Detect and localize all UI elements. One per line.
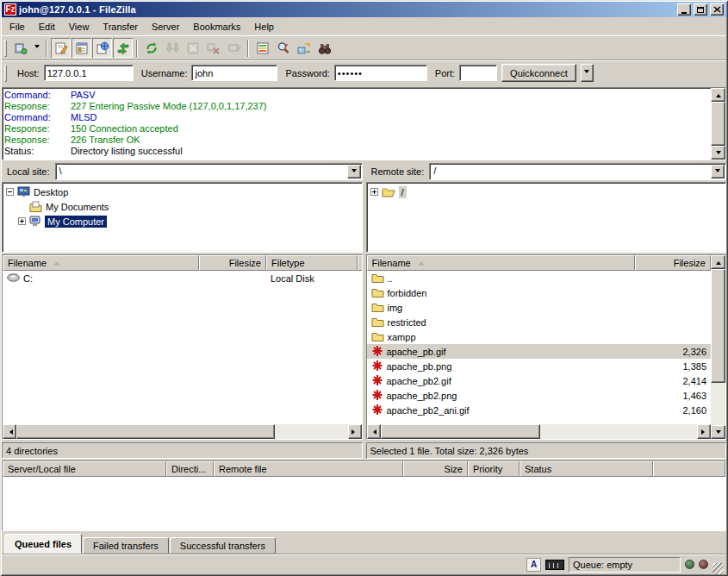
synchronized-browsing-button[interactable]	[294, 38, 314, 58]
scroll-right-button[interactable]	[697, 424, 711, 439]
remote-vertical-scrollbar[interactable]	[711, 255, 725, 439]
username-input[interactable]	[191, 65, 277, 81]
menu-help[interactable]: Help	[247, 19, 281, 34]
scroll-up-button[interactable]	[711, 255, 725, 269]
refresh-button[interactable]	[141, 38, 161, 58]
remote-file-row[interactable]: ..	[367, 271, 712, 285]
folder-icon	[371, 302, 384, 314]
column-size[interactable]: Size	[403, 461, 468, 477]
disconnect-icon	[207, 41, 221, 55]
scroll-down-button[interactable]	[711, 146, 725, 160]
site-manager-button[interactable]	[10, 38, 30, 58]
tree-item-desktop[interactable]: Desktop	[6, 185, 362, 199]
scroll-thumb[interactable]	[711, 269, 725, 383]
tab-failed-transfers[interactable]: Failed transfers	[83, 537, 169, 554]
tree-item-my-computer[interactable]: My Computer	[18, 214, 362, 229]
directory-comparison-button[interactable]	[252, 38, 272, 58]
column-filesize[interactable]: Filesize	[635, 255, 711, 271]
column-remote-file[interactable]: Remote file	[214, 461, 403, 477]
local-site-combo[interactable]: \	[55, 163, 363, 180]
menu-file[interactable]: File	[3, 19, 32, 34]
remote-file-row[interactable]: apache_pb2_ani.gif 2,160	[367, 403, 712, 417]
host-input[interactable]	[44, 65, 134, 81]
column-filetype[interactable]: Filetype	[266, 255, 358, 271]
column-server-local-file[interactable]: Server/Local file	[3, 461, 166, 477]
find-files-button[interactable]	[314, 38, 334, 58]
local-file-row[interactable]: C: Local Disk	[3, 271, 362, 285]
file-size: 2,326	[635, 347, 711, 357]
menu-edit[interactable]: Edit	[32, 19, 62, 34]
disconnect-button[interactable]	[203, 38, 223, 58]
toggle-transfer-queue-button[interactable]	[113, 38, 133, 58]
scroll-right-button[interactable]	[348, 424, 362, 439]
column-last-modified[interactable]: L	[358, 255, 362, 271]
remote-file-row[interactable]: img	[367, 300, 712, 315]
scroll-up-button[interactable]	[711, 88, 725, 102]
scroll-thumb[interactable]	[711, 102, 725, 146]
menu-server[interactable]: Server	[145, 19, 186, 34]
log-label: Command:	[4, 112, 71, 123]
cancel-operation-button[interactable]	[183, 38, 202, 58]
column-filename[interactable]: Filename	[367, 255, 636, 271]
scroll-down-button[interactable]	[711, 425, 725, 439]
filter-files-button[interactable]	[273, 38, 293, 58]
scroll-thumb[interactable]	[16, 424, 275, 439]
tree-item-my-documents[interactable]: My Documents	[18, 199, 362, 214]
site-manager-dropdown-button[interactable]	[31, 38, 42, 58]
transfer-queue: Server/Local file Directi... Remote file…	[2, 460, 726, 531]
local-site-dropdown-button[interactable]	[347, 165, 361, 178]
file-name: apache_pb.gif	[387, 347, 446, 357]
local-horizontal-scrollbar[interactable]	[3, 424, 362, 439]
expand-icon[interactable]	[18, 217, 26, 225]
remote-file-row[interactable]: apache_pb.png 1,385	[367, 359, 712, 373]
queue-body[interactable]	[3, 477, 725, 530]
reconnect-button[interactable]	[224, 38, 244, 58]
menu-transfer[interactable]: Transfer	[96, 19, 145, 34]
toggle-remote-tree-button[interactable]	[92, 38, 112, 58]
data-type-indicator-icon: A	[526, 558, 541, 572]
remote-site-combo[interactable]: /	[429, 163, 726, 180]
speed-limit-icon[interactable]	[545, 560, 564, 570]
close-button[interactable]	[710, 3, 724, 16]
chevron-down-icon	[584, 70, 589, 76]
file-size: 2,414	[635, 376, 711, 386]
column-filesize[interactable]: Filesize	[199, 255, 266, 271]
remote-file-row-selected[interactable]: apache_pb.gif 2,326	[367, 344, 712, 359]
tree-item-root[interactable]: /	[370, 185, 726, 199]
quickconnect-dropdown-button[interactable]	[581, 64, 594, 82]
expand-icon[interactable]	[370, 188, 378, 196]
toggle-message-log-button[interactable]	[51, 38, 71, 58]
menu-bookmarks[interactable]: Bookmarks	[186, 19, 247, 34]
scroll-left-button[interactable]	[3, 424, 16, 439]
folder-icon	[371, 272, 384, 285]
remote-site-dropdown-button[interactable]	[711, 165, 725, 178]
title-bar[interactable]: Fz john@127.0.0.1 - FileZilla	[2, 2, 726, 17]
remote-list-body: .. forbidden img restricted	[367, 271, 712, 424]
remote-file-row[interactable]: apache_pb2.gif 2,414	[367, 373, 712, 388]
column-filename[interactable]: Filename	[3, 255, 199, 271]
maximize-button[interactable]	[694, 3, 707, 16]
toolbar-separator	[46, 40, 47, 57]
collapse-icon[interactable]	[6, 188, 14, 196]
minimize-button[interactable]	[677, 3, 691, 16]
scroll-thumb[interactable]	[381, 424, 540, 439]
tab-successful-transfers[interactable]: Successful transfers	[170, 537, 276, 554]
tab-queued-files[interactable]: Queued files	[4, 534, 82, 554]
remote-file-row[interactable]: apache_pb2.png 1,463	[367, 388, 712, 403]
column-direction[interactable]: Directi...	[166, 461, 214, 477]
scroll-left-button[interactable]	[367, 424, 381, 439]
column-status[interactable]: Status	[520, 461, 653, 477]
quickconnect-button[interactable]: Quickconnect	[501, 64, 576, 82]
remote-file-row[interactable]: forbidden	[367, 285, 712, 300]
resize-grip[interactable]	[712, 563, 724, 574]
remote-file-row[interactable]: xampp	[367, 329, 712, 344]
password-input[interactable]	[334, 65, 427, 81]
remote-file-row[interactable]: restricted	[367, 315, 712, 329]
menu-view[interactable]: View	[62, 19, 96, 34]
remote-horizontal-scrollbar[interactable]	[367, 424, 712, 439]
toggle-local-tree-button[interactable]	[72, 38, 91, 58]
port-input[interactable]	[459, 65, 497, 81]
log-scrollbar[interactable]	[711, 88, 725, 160]
process-queue-button[interactable]	[162, 38, 182, 58]
column-priority[interactable]: Priority	[468, 461, 520, 477]
